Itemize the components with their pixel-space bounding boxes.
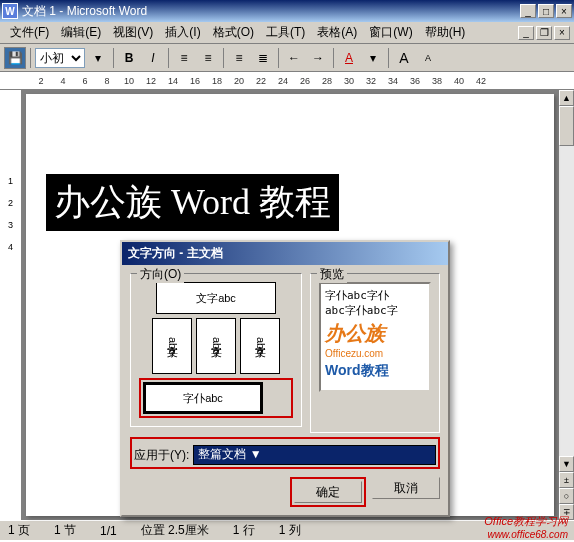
menu-edit[interactable]: 编辑(E)	[55, 22, 107, 43]
status-section: 1 节	[54, 522, 76, 539]
direction-vertical-3[interactable]: 文字abc	[240, 318, 280, 374]
align-left-button[interactable]: ≡	[173, 47, 195, 69]
apply-to-label: 应用于(Y):	[134, 447, 189, 464]
preview-label: 预览	[317, 266, 347, 283]
vertical-scrollbar[interactable]: ▲ ▼ ± ○ ∓	[558, 90, 574, 520]
scroll-up-button[interactable]: ▲	[559, 90, 574, 106]
menu-table[interactable]: 表格(A)	[311, 22, 363, 43]
bullet-list-button[interactable]: ≣	[252, 47, 274, 69]
dropdown-icon[interactable]: ▾	[362, 47, 384, 69]
increase-indent-button[interactable]: →	[307, 47, 329, 69]
menu-tools[interactable]: 工具(T)	[260, 22, 311, 43]
brand-logo: 办公族	[325, 319, 425, 347]
menu-view[interactable]: 视图(V)	[107, 22, 159, 43]
menu-window[interactable]: 窗口(W)	[363, 22, 418, 43]
status-page: 1 页	[8, 522, 30, 539]
ok-button[interactable]: 确定	[294, 481, 362, 503]
status-column: 1 列	[279, 522, 301, 539]
menu-file[interactable]: 文件(F)	[4, 22, 55, 43]
mdi-minimize-button[interactable]: _	[518, 26, 534, 40]
window-title: 文档 1 - Microsoft Word	[22, 3, 520, 20]
horizontal-ruler[interactable]: 24681012141618202224262830323436384042	[0, 72, 574, 90]
direction-vertical-1[interactable]: 文字abc	[152, 318, 192, 374]
direction-vertical-2[interactable]: 文字abc	[196, 318, 236, 374]
preview-box: 字仆abc字仆 abc字仆abc字 办公族 Officezu.com Word教…	[319, 282, 431, 392]
menu-format[interactable]: 格式(O)	[207, 22, 260, 43]
status-line: 1 行	[233, 522, 255, 539]
shrink-font-button[interactable]: A	[417, 47, 439, 69]
italic-button[interactable]: I	[142, 47, 164, 69]
apply-to-select[interactable]: 整篇文档 ▼	[193, 445, 436, 465]
direction-horizontal[interactable]: 文字abc	[156, 282, 276, 314]
select-browse-button[interactable]: ○	[559, 488, 574, 504]
vertical-ruler[interactable]: 1234	[0, 90, 22, 520]
status-pages: 1/1	[100, 524, 117, 538]
direction-label: 方向(O)	[137, 266, 184, 283]
selected-direction-highlight: 字仆abc	[139, 378, 293, 418]
menu-insert[interactable]: 插入(I)	[159, 22, 206, 43]
scroll-thumb[interactable]	[559, 106, 574, 146]
minimize-button[interactable]: _	[520, 4, 536, 18]
preview-group: 预览 字仆abc字仆 abc字仆abc字 办公族 Officezu.com Wo…	[310, 273, 440, 433]
font-size-select[interactable]: 小初	[35, 48, 85, 68]
scroll-track[interactable]	[559, 106, 574, 456]
toolbar: 💾 小初 ▾ B I ≡ ≡ ≡ ≣ ← → A ▾ A A	[0, 44, 574, 72]
prev-page-button[interactable]: ±	[559, 472, 574, 488]
scroll-down-button[interactable]: ▼	[559, 456, 574, 472]
decrease-indent-button[interactable]: ←	[283, 47, 305, 69]
mdi-close-button[interactable]: ×	[554, 26, 570, 40]
maximize-button[interactable]: □	[538, 4, 554, 18]
align-center-button[interactable]: ≡	[197, 47, 219, 69]
grow-font-button[interactable]: A	[393, 47, 415, 69]
cancel-button[interactable]: 取消	[372, 477, 440, 499]
app-icon: W	[2, 3, 18, 19]
bold-button[interactable]: B	[118, 47, 140, 69]
save-button[interactable]: 💾	[4, 47, 26, 69]
dropdown-icon[interactable]: ▾	[87, 47, 109, 69]
watermark: Office教程学习网 www.office68.com	[484, 514, 568, 540]
close-button[interactable]: ×	[556, 4, 572, 18]
titlebar: W 文档 1 - Microsoft Word _ □ ×	[0, 0, 574, 22]
mdi-restore-button[interactable]: ❐	[536, 26, 552, 40]
menu-help[interactable]: 帮助(H)	[419, 22, 472, 43]
menubar: 文件(F) 编辑(E) 视图(V) 插入(I) 格式(O) 工具(T) 表格(A…	[0, 22, 574, 44]
numbered-list-button[interactable]: ≡	[228, 47, 250, 69]
dialog-title: 文字方向 - 主文档	[122, 242, 448, 265]
status-position: 位置 2.5厘米	[141, 522, 209, 539]
text-direction-dialog: 文字方向 - 主文档 方向(O) 文字abc 文字abc 文字abc 文字abc…	[120, 240, 450, 517]
font-color-button[interactable]: A	[338, 47, 360, 69]
direction-group: 方向(O) 文字abc 文字abc 文字abc 文字abc 字仆abc	[130, 273, 302, 427]
direction-selected[interactable]: 字仆abc	[143, 382, 263, 414]
selected-text[interactable]: 办公族 Word 教程	[46, 174, 339, 231]
